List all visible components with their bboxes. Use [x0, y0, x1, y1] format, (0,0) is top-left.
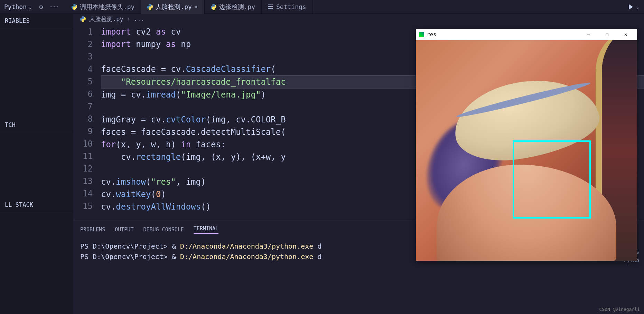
line-number: 4 [73, 63, 93, 75]
run-actions: ⌄ [629, 4, 644, 10]
chevron-down-icon[interactable]: ⌄ [636, 4, 639, 10]
tab-label: Settings [276, 3, 306, 10]
line-number: 2 [73, 38, 93, 50]
breadcrumb-more: ... [134, 16, 144, 22]
python-icon [211, 4, 216, 10]
debug-config-label: Python [4, 3, 27, 10]
line-number: 1 [73, 26, 93, 38]
line-number: 12 [73, 163, 93, 175]
tab-settings[interactable]: Settings [262, 0, 313, 14]
tab-label: 调用本地摄像头.py [80, 3, 135, 11]
line-number: 6 [73, 88, 93, 100]
tab-face-detection[interactable]: 人脸检测.py ✕ [141, 0, 204, 14]
tab-edge-detection[interactable]: 边缘检测.py [205, 0, 262, 14]
ellipsis-icon[interactable]: ··· [49, 3, 58, 10]
panel-tab-problems[interactable]: PROBLEMS [80, 227, 105, 233]
top-bar: Python ⌄ ⚙ ··· 调用本地摄像头.py 人脸检测.py ✕ 边缘检测… [0, 0, 644, 14]
face-detection-rect [513, 140, 591, 219]
gear-icon[interactable]: ⚙ [39, 3, 43, 10]
line-number: 11 [73, 150, 93, 163]
sidebar-callstack[interactable]: LL STACK [0, 198, 73, 212]
debug-sidebar: RIABLES TCH LL STACK [0, 14, 73, 314]
tab-label: 人脸检测.py [156, 3, 192, 11]
python-icon [72, 4, 77, 10]
panel-tab-output[interactable]: OUTPUT [115, 227, 133, 233]
close-icon[interactable]: ✕ [618, 31, 634, 38]
tab-label: 边缘检测.py [219, 3, 255, 11]
line-number: 8 [73, 113, 93, 125]
opencv-result-window[interactable]: res — ☐ ✕ [416, 29, 637, 261]
close-icon[interactable]: ✕ [195, 3, 198, 10]
window-titlebar[interactable]: res — ☐ ✕ [416, 29, 637, 40]
line-number: 13 [73, 175, 93, 187]
watermark: CSDN @vinegarli [599, 307, 640, 312]
chevron-down-icon: ⌄ [29, 4, 31, 10]
run-icon[interactable] [629, 4, 633, 10]
top-icons: ⚙ ··· [36, 3, 62, 10]
app-icon [419, 32, 424, 37]
result-image [416, 40, 637, 261]
main-area: 人脸检测.py › ... 1 2 3 4 5 6 7 8 9 10 11 12… [73, 14, 644, 314]
breadcrumb[interactable]: 人脸检测.py › ... [73, 14, 644, 24]
window-title: res [427, 31, 436, 38]
panel-tab-terminal[interactable]: TERMINAL [194, 225, 218, 234]
line-number: 3 [73, 50, 93, 63]
settings-icon [268, 4, 273, 10]
breadcrumb-sep: › [127, 16, 130, 22]
editor-tabs: 调用本地摄像头.py 人脸检测.py ✕ 边缘检测.py Settings [65, 0, 313, 14]
line-number: 10 [73, 138, 93, 150]
maximize-icon[interactable]: ☐ [599, 31, 615, 38]
breadcrumb-file: 人脸检测.py [89, 15, 123, 23]
line-number: 14 [73, 187, 93, 200]
python-icon [80, 16, 86, 22]
sidebar-watch[interactable]: TCH [0, 118, 73, 132]
python-icon [147, 4, 153, 10]
line-number: 7 [73, 100, 93, 113]
sidebar-variables[interactable]: RIABLES [0, 14, 73, 28]
line-gutter: 1 2 3 4 5 6 7 8 9 10 11 12 13 14 15 [73, 24, 101, 221]
line-number: 5 [73, 75, 93, 88]
panel-tab-debug[interactable]: DEBUG CONSOLE [143, 227, 184, 233]
debug-config-selector[interactable]: Python ⌄ [0, 3, 36, 10]
minimize-icon[interactable]: — [580, 31, 596, 38]
line-number: 15 [73, 200, 93, 212]
line-number: 9 [73, 125, 93, 138]
tab-camera[interactable]: 调用本地摄像头.py [65, 0, 141, 14]
